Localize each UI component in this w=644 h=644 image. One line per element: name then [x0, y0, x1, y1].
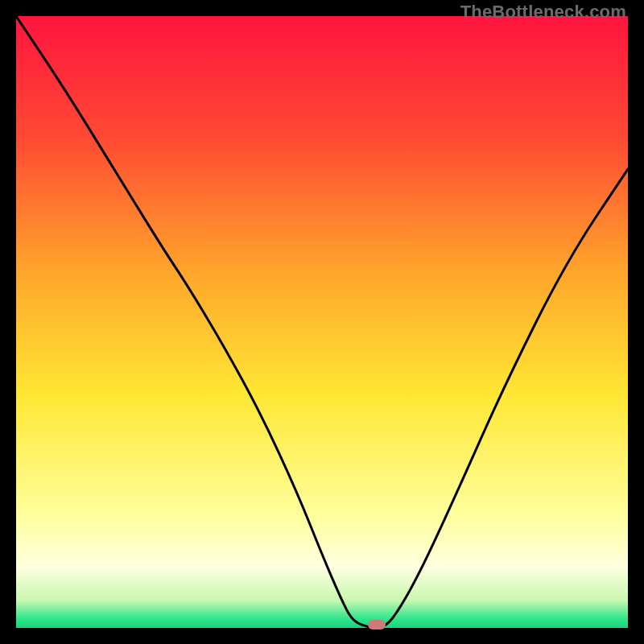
- svg-rect-0: [16, 16, 628, 628]
- gradient-background: [16, 16, 628, 628]
- plot-area: [16, 16, 628, 628]
- chart-frame: TheBottleneck.com: [0, 0, 644, 644]
- watermark-text: TheBottleneck.com: [460, 2, 626, 23]
- optimal-marker: [368, 620, 386, 630]
